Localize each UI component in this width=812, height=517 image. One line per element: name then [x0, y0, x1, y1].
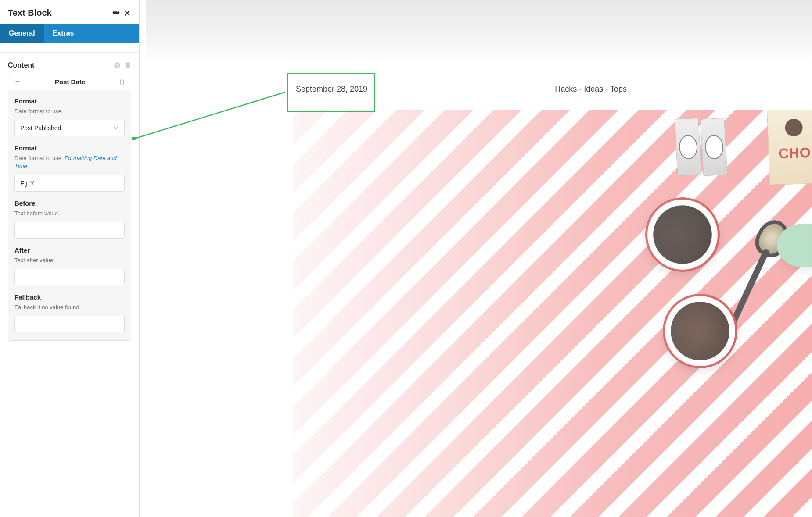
field-format-string: Format Date format to use. Formatting Da…	[14, 144, 125, 191]
help-icon[interactable]: ?	[114, 62, 121, 69]
sidebar-header-actions: •••	[112, 8, 131, 18]
tab-extras[interactable]: Extras	[44, 24, 83, 43]
panel-tabs: General Extras	[0, 24, 139, 43]
post-date-card: Post Date Format Date format to use. Pos…	[8, 73, 131, 341]
panel-title: Text Block	[8, 8, 52, 18]
select-value: Post Published	[20, 125, 61, 132]
field-desc-text: Date format to use.	[14, 155, 65, 161]
field-label: After	[14, 246, 125, 254]
fallback-input[interactable]	[14, 316, 125, 332]
tab-general[interactable]: General	[0, 24, 44, 43]
field-label: Before	[14, 200, 125, 207]
chevron-down-icon	[113, 125, 119, 131]
format-string-input[interactable]	[14, 175, 125, 192]
more-options-icon[interactable]: •••	[112, 8, 119, 18]
card-body: Format Date format to use. Post Publishe…	[8, 90, 131, 340]
field-desc: Text after value.	[14, 257, 125, 264]
section-header: Content ?	[0, 57, 139, 73]
card-title: Post Date	[22, 78, 119, 86]
field-desc: Text before value.	[14, 210, 125, 217]
post-categories-display[interactable]: Hacks - Ideas - Tops	[370, 82, 812, 97]
post-meta-bar[interactable]: September 28, 2019 Hacks - Ideas - Tops	[293, 82, 812, 97]
field-label: Format	[14, 144, 125, 152]
field-label: Fallback	[14, 293, 125, 301]
field-desc: Fallback if no value found.	[14, 303, 125, 311]
after-input[interactable]	[14, 269, 125, 285]
featured-image: CHO	[293, 110, 812, 517]
field-before: Before Text before value.	[14, 200, 125, 239]
svg-text:?: ?	[116, 63, 119, 68]
field-fallback: Fallback Fallback if no value found.	[14, 293, 125, 332]
sidebar-header: Text Block •••	[0, 0, 139, 24]
section-title: Content	[8, 61, 34, 69]
before-input[interactable]	[14, 222, 125, 239]
field-format-source: Format Date format to use. Post Publishe…	[14, 97, 125, 136]
card-header: Post Date	[8, 73, 131, 90]
sidebar-scroll-area[interactable]: Content ?	[0, 43, 139, 517]
field-desc: Date format to use.	[14, 107, 125, 115]
editor-sidebar: Text Block ••• General Extras Content ?	[0, 0, 140, 517]
format-source-select[interactable]: Post Published	[14, 120, 125, 136]
post-date-display[interactable]: September 28, 2019	[293, 82, 370, 97]
trash-icon[interactable]	[119, 78, 126, 85]
database-icon[interactable]	[124, 62, 131, 69]
field-desc: Date format to use. Formatting Date and …	[14, 154, 125, 170]
preview-canvas: September 28, 2019 Hacks - Ideas - Tops …	[146, 0, 812, 517]
white-overlay	[293, 110, 812, 517]
field-after: After Text after value.	[14, 246, 125, 285]
field-label: Format	[14, 97, 125, 105]
preview-content: September 28, 2019 Hacks - Ideas - Tops …	[146, 0, 812, 517]
collapse-icon[interactable]	[14, 78, 22, 86]
close-icon[interactable]	[123, 9, 131, 17]
